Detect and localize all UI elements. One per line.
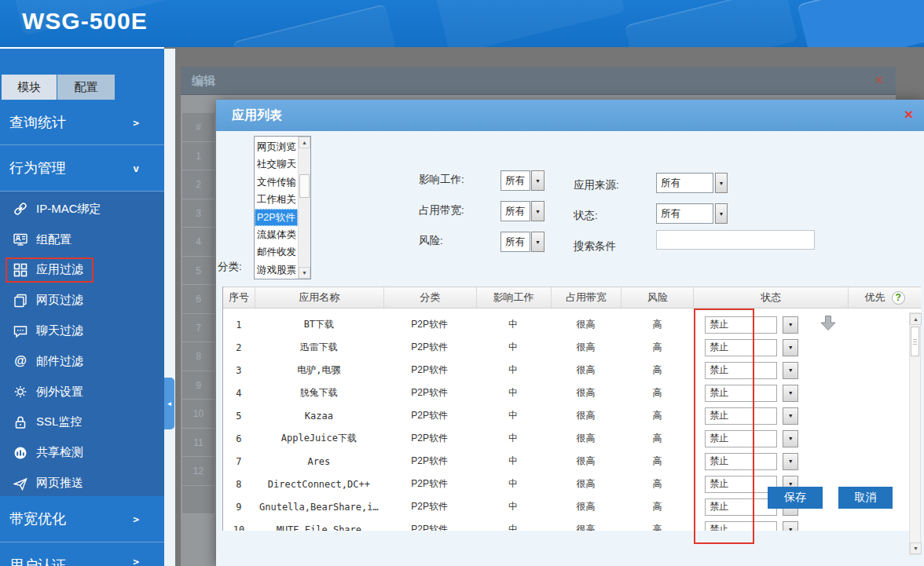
category-option[interactable]: 流媒体类 [255, 226, 298, 243]
sidebar-item-exception-settings[interactable]: 例外设置 [0, 377, 164, 407]
impact-filter-select[interactable]: 所有 ▼ [500, 170, 544, 191]
sidebar-item-web-filter[interactable]: 网页过滤 [0, 285, 164, 316]
cell-seq: 6 [223, 427, 255, 450]
cell-risk: 高 [621, 404, 693, 427]
cell-category: P2P软件 [383, 518, 476, 531]
cell-status: 禁止 ▼ [693, 359, 848, 382]
sidebar-item-ssl-monitor[interactable]: SSL监控 [0, 407, 164, 438]
cell-impact: 中 [476, 404, 551, 427]
app-list-modal-header: 应用列表 × [216, 100, 924, 131]
bandwidth-filter-select[interactable]: 所有 ▼ [500, 201, 544, 221]
scroll-down-icon[interactable]: ▼ [910, 542, 922, 554]
dropdown-arrow-icon[interactable]: ▼ [783, 316, 798, 334]
source-filter-label: 应用来源: [574, 178, 619, 192]
scroll-up-icon[interactable]: ▲ [299, 137, 310, 148]
row-number-cell: # [182, 113, 215, 142]
sidebar-collapse-handle[interactable]: ◄ [164, 378, 174, 429]
scroll-up-icon[interactable]: ▲ [910, 313, 922, 325]
sidebar-item-group-config[interactable]: 组配置 [0, 225, 164, 255]
category-option[interactable]: P2P软件 [255, 209, 298, 226]
sidebar-item-mail-filter[interactable]: @ 邮件过滤 [0, 346, 164, 377]
listbox-scrollbar[interactable]: ▲ ▼ [298, 137, 310, 279]
cell-name: AppleJuice下载 [255, 427, 383, 450]
sidebar-item-chat-filter[interactable]: 聊天过滤 [0, 316, 164, 346]
dropdown-arrow-icon[interactable]: ▼ [783, 385, 798, 402]
cell-risk: 高 [621, 450, 693, 473]
dropdown-arrow-icon[interactable]: ▼ [715, 173, 728, 193]
search-input[interactable] [656, 230, 815, 250]
status-select[interactable]: 禁止 ▼ [705, 453, 798, 470]
status-select[interactable]: 禁止 ▼ [705, 316, 798, 334]
category-option[interactable]: 工作相关 [255, 191, 298, 208]
status-select[interactable]: 禁止 ▼ [705, 521, 798, 531]
status-select[interactable]: 禁止 ▼ [705, 339, 798, 356]
bandwidth-filter-label: 占用带宽: [419, 203, 464, 217]
status-select[interactable]: 禁止 ▼ [705, 430, 798, 447]
sidebar-section-query-stats[interactable]: 查询统计 > [0, 100, 164, 145]
close-icon[interactable]: × [904, 106, 913, 123]
source-filter-select[interactable]: 所有 ▼ [656, 173, 728, 193]
sidebar-section-behavior-mgmt[interactable]: 行为管理 v [0, 145, 164, 192]
status-select[interactable]: 禁止 ▼ [705, 362, 798, 379]
category-option[interactable]: 邮件收发 [255, 243, 298, 261]
search-label: 搜索条件 [574, 239, 616, 254]
category-option[interactable]: 文件传输 [255, 173, 298, 191]
cell-name: BT下载 [255, 313, 383, 336]
cell-status: 禁止 ▼ [693, 336, 848, 359]
sidebar-item-share-detect[interactable]: 共享检测 [0, 437, 164, 468]
sidebar-section-bandwidth[interactable]: 带宽优化 > [0, 496, 164, 542]
cell-risk: 高 [621, 336, 693, 359]
dropdown-arrow-icon[interactable]: ▼ [531, 232, 544, 252]
sidebar-section-user-auth[interactable]: 用户认证 > [0, 543, 164, 566]
category-option[interactable]: 游戏股票 [255, 261, 298, 279]
edit-modal-header: 编辑 × [181, 67, 896, 95]
scroll-down-icon[interactable]: ▼ [299, 267, 310, 279]
dropdown-arrow-icon[interactable]: ▼ [783, 362, 798, 379]
col-header-bandwidth: 占用带宽 [551, 287, 622, 308]
row-number-cell: 6 [182, 285, 215, 314]
cell-seq: 3 [223, 359, 255, 382]
web-push-icon [12, 475, 29, 492]
cell-impact: 中 [476, 313, 551, 336]
dropdown-arrow-icon[interactable]: ▼ [783, 339, 798, 356]
risk-filter-select[interactable]: 所有 ▼ [500, 232, 544, 252]
status-filter-select[interactable]: 所有 ▼ [656, 203, 728, 224]
cell-name: 电驴,电骡 [255, 359, 383, 382]
dropdown-arrow-icon[interactable]: ▼ [715, 203, 728, 224]
category-listbox[interactable]: 网页浏览社交聊天文件传输工作相关P2P软件流媒体类邮件收发游戏股票 ▲ ▼ [254, 136, 311, 279]
status-filter-label: 状态: [574, 209, 598, 223]
sidebar-item-app-filter[interactable]: 应用过滤 [0, 255, 164, 286]
app-table-header: 序号 应用名称 分类 影响工作 占用带宽 风险 状态 优先 ? [223, 287, 921, 309]
table-scrollbar[interactable]: ▲ ▼ [909, 312, 921, 555]
cell-status: 禁止 ▼ [693, 404, 848, 427]
dropdown-arrow-icon[interactable]: ▼ [783, 430, 798, 447]
dropdown-arrow-icon[interactable]: ▼ [531, 170, 544, 191]
dropdown-arrow-icon[interactable]: ▼ [531, 201, 544, 221]
cell-bandwidth: 很高 [551, 427, 622, 450]
dropdown-arrow-icon[interactable]: ▼ [783, 453, 798, 470]
priority-move-down-icon[interactable] [820, 315, 837, 334]
category-option[interactable]: 网页浏览 [255, 138, 298, 155]
cell-seq: 4 [223, 382, 255, 404]
gear-icon [12, 383, 29, 400]
tab-config[interactable]: 配置 [57, 75, 115, 100]
cell-status: 禁止 ▼ [693, 450, 848, 473]
row-number-cell: 4 [182, 228, 215, 257]
sidebar-item-web-push[interactable]: 网页推送 [0, 468, 164, 498]
page: WSG-500E 模块 配置 查询统计 > 行为管理 v IP-MAC绑定 [0, 0, 924, 566]
category-option[interactable]: 社交聊天 [255, 155, 298, 173]
dropdown-arrow-icon[interactable]: ▼ [783, 521, 798, 531]
sidebar-item-ip-mac-binding[interactable]: IP-MAC绑定 [0, 194, 164, 225]
tab-module[interactable]: 模块 [2, 75, 57, 100]
table-row: 10 MUTE File Share P2P软件 中 很高 高 禁止 ▼ [223, 518, 921, 531]
save-button[interactable]: 保存 [768, 487, 823, 509]
dropdown-arrow-icon[interactable]: ▼ [783, 407, 798, 425]
status-select[interactable]: 禁止 ▼ [705, 407, 798, 425]
cell-category: P2P软件 [383, 427, 476, 450]
status-select[interactable]: 禁止 ▼ [705, 385, 798, 402]
scrollbar-thumb[interactable] [299, 174, 310, 198]
close-icon[interactable]: × [874, 72, 883, 89]
scrollbar-thumb[interactable] [911, 327, 919, 356]
help-icon[interactable]: ? [892, 291, 905, 305]
cancel-button[interactable]: 取消 [838, 487, 893, 509]
